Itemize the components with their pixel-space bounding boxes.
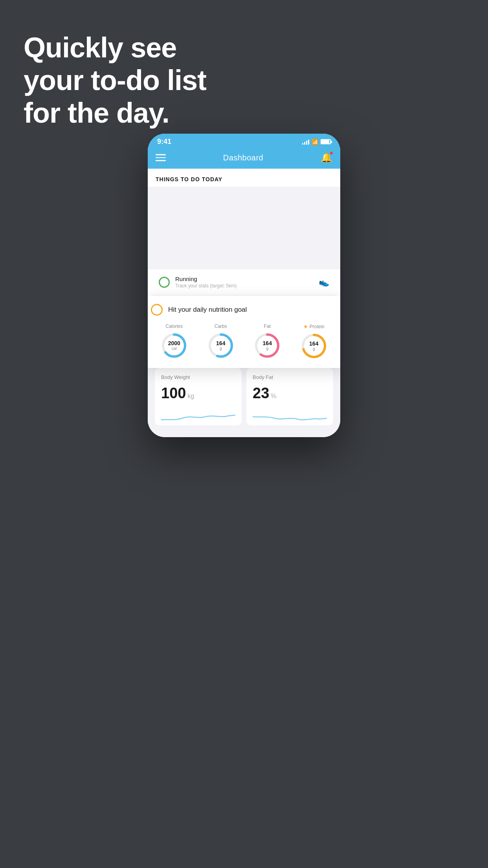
signal-bars-icon xyxy=(302,139,309,145)
protein-value-group: 164 g xyxy=(309,341,318,351)
fat-chart: 164 g xyxy=(253,331,281,360)
body-fat-value-row: 23 % xyxy=(253,385,327,402)
body-fat-card[interactable]: Body Fat 23 % xyxy=(246,368,333,425)
battery-icon xyxy=(321,139,331,144)
phone-mockup: 9:41 📶 Dashboard 🔔 xyxy=(148,134,340,437)
things-to-do-title: THINGS TO DO TODAY xyxy=(156,176,222,182)
body-weight-value: 100 xyxy=(161,385,186,402)
signal-bar-4 xyxy=(308,140,309,145)
body-weight-chart xyxy=(161,408,235,424)
carbs-value-group: 164 g xyxy=(216,340,225,351)
hamburger-menu-button[interactable] xyxy=(156,154,166,161)
progress-cards: Body Weight 100 kg Body Fat 23 % xyxy=(155,368,333,437)
nav-title: Dashboard xyxy=(223,153,263,162)
carbs-chart: 164 g xyxy=(207,331,235,360)
hamburger-line-3 xyxy=(156,160,166,161)
hero-line1: Quickly see xyxy=(24,31,206,64)
nutrition-card-header: Hit your daily nutrition goal xyxy=(151,304,337,316)
body-fat-value: 23 xyxy=(253,385,269,402)
protein-unit: g xyxy=(309,347,318,351)
calories-unit: cal xyxy=(168,346,180,351)
calories-value: 2000 xyxy=(168,340,180,346)
running-text: Running Track your stats (target: 5km) xyxy=(175,276,313,289)
app-content: THINGS TO DO TODAY Hit your daily nutrit… xyxy=(148,169,340,437)
fat-unit: g xyxy=(263,346,272,351)
body-weight-card[interactable]: Body Weight 100 kg xyxy=(155,368,242,425)
signal-bar-1 xyxy=(302,143,303,145)
nutrition-protein: ★ Protein 164 g xyxy=(300,324,328,360)
body-weight-card-title: Body Weight xyxy=(161,374,235,380)
calories-chart: 2000 cal xyxy=(160,331,188,360)
body-weight-unit: kg xyxy=(187,393,194,400)
hero-line3: for the day. xyxy=(24,97,206,129)
shoe-icon: 👟 xyxy=(319,277,329,287)
body-fat-card-title: Body Fat xyxy=(253,374,327,380)
running-title: Running xyxy=(175,276,313,282)
hero-line2: your to-do list xyxy=(24,64,206,97)
fat-label: Fat xyxy=(264,324,271,329)
carbs-value: 164 xyxy=(216,340,225,346)
protein-value: 164 xyxy=(309,341,318,347)
notification-bell-button[interactable]: 🔔 xyxy=(321,152,332,163)
body-fat-chart xyxy=(253,408,327,424)
status-icons: 📶 xyxy=(302,139,331,145)
nutrition-circles: Calories 2000 cal xyxy=(151,322,337,360)
protein-chart: 164 g xyxy=(300,332,328,360)
nutrition-carbs: Carbs 164 g xyxy=(207,324,235,360)
status-bar: 9:41 📶 xyxy=(148,134,340,148)
wifi-icon: 📶 xyxy=(312,139,318,145)
notification-dot xyxy=(330,151,333,155)
nutrition-card[interactable]: Hit your daily nutrition goal Calories 2 xyxy=(148,296,340,368)
battery-fill xyxy=(321,140,329,143)
hero-text: Quickly see your to-do list for the day. xyxy=(24,31,206,129)
nutrition-card-title: Hit your daily nutrition goal xyxy=(168,306,247,314)
carbs-unit: g xyxy=(216,346,225,351)
status-time: 9:41 xyxy=(157,138,171,146)
fat-value: 164 xyxy=(263,340,272,346)
running-checkbox[interactable] xyxy=(159,277,170,288)
signal-bar-3 xyxy=(306,141,307,145)
calories-value-group: 2000 cal xyxy=(168,340,180,351)
carbs-label: Carbs xyxy=(215,324,227,329)
signal-bar-2 xyxy=(304,142,305,145)
things-to-do-section: THINGS TO DO TODAY xyxy=(148,169,340,187)
running-subtitle: Track your stats (target: 5km) xyxy=(175,283,313,289)
body-fat-unit: % xyxy=(271,393,276,400)
fat-value-group: 164 g xyxy=(263,340,272,351)
hamburger-line-1 xyxy=(156,154,166,155)
protein-label: ★ Protein xyxy=(303,324,325,329)
todo-item-running[interactable]: Running Track your stats (target: 5km) 👟 xyxy=(152,269,336,295)
hamburger-line-2 xyxy=(156,157,166,158)
nutrition-calories: Calories 2000 cal xyxy=(160,324,188,360)
nutrition-fat: Fat 164 g xyxy=(253,324,281,360)
body-weight-value-row: 100 kg xyxy=(161,385,235,402)
calories-label: Calories xyxy=(165,324,183,329)
protein-star-icon: ★ xyxy=(303,324,308,329)
nav-bar: Dashboard 🔔 xyxy=(148,148,340,169)
nutrition-checkbox[interactable] xyxy=(151,304,163,316)
